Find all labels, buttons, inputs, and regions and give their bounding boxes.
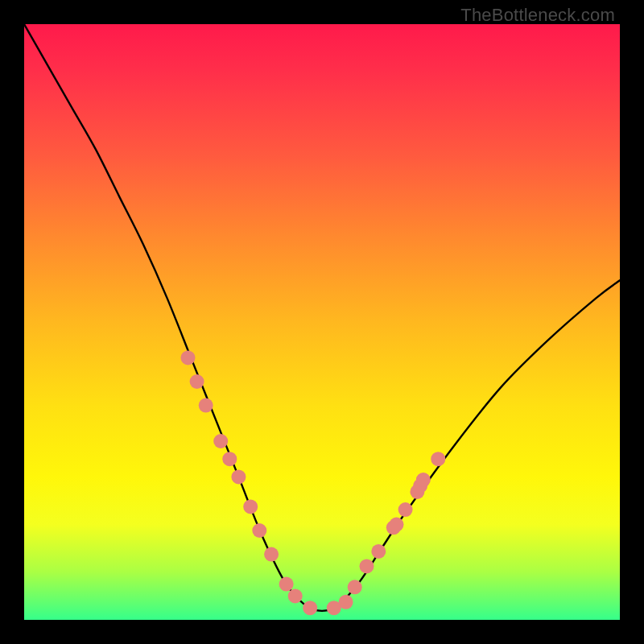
- marker-dot: [279, 577, 294, 592]
- marker-dot: [243, 499, 258, 514]
- marker-dot: [231, 469, 246, 484]
- marker-dot: [431, 452, 445, 466]
- marker-dot: [222, 452, 237, 466]
- chart-frame: TheBottleneck.com: [0, 0, 644, 644]
- bottleneck-curve: [24, 24, 620, 611]
- chart-svg: [24, 24, 620, 620]
- marker-dot: [252, 523, 266, 538]
- marker-dot: [288, 588, 303, 603]
- marker-dot: [181, 350, 196, 365]
- marker-dot: [213, 434, 228, 448]
- marker-dot: [303, 601, 317, 615]
- watermark-text: TheBottleneck.com: [460, 5, 615, 26]
- highlight-dots: [181, 350, 446, 615]
- marker-dot: [190, 374, 204, 389]
- marker-dot: [371, 544, 386, 559]
- marker-dot: [390, 518, 404, 532]
- marker-dot: [264, 547, 279, 562]
- marker-dot: [348, 580, 362, 594]
- marker-dot: [339, 595, 353, 609]
- plot-area: [24, 24, 620, 620]
- marker-dot: [199, 398, 213, 413]
- marker-dot: [416, 473, 431, 487]
- marker-dot: [360, 559, 374, 573]
- marker-dot: [398, 502, 413, 517]
